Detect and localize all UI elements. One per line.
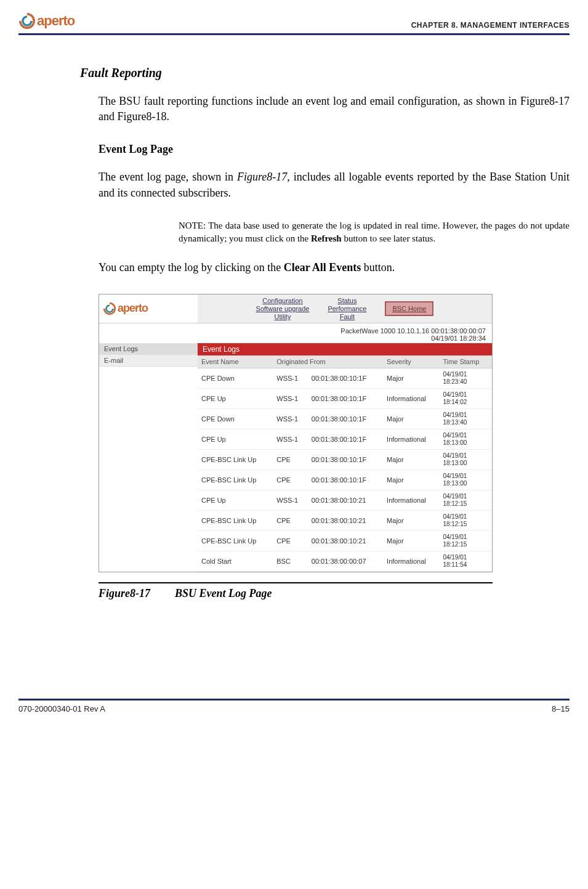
paragraph-2: You can empty the log by clicking on the… [99, 260, 570, 275]
sidebar-email[interactable]: E-mail [99, 355, 198, 367]
cell-mac: 00:01:38:00:10:1F [308, 429, 383, 449]
bsc-home-button[interactable]: BSC Home [385, 301, 433, 316]
sidebar-event-logs[interactable]: Event Logs [99, 343, 198, 355]
logo-text: aperto [37, 13, 75, 29]
nav-utility[interactable]: Utility [256, 313, 310, 320]
cell-timestamp: 04/19/0118:13:00 [439, 449, 492, 469]
screenshot-main: Event Logs Event Name Originated From Se… [198, 343, 492, 572]
cell-mac: 00:01:38:00:10:1F [308, 368, 383, 388]
nav-software-upgrade[interactable]: Software upgrade [256, 305, 310, 312]
table-row: Cold StartBSC00:01:38:00:00:07Informatio… [198, 551, 492, 571]
cell-severity: Major [383, 469, 439, 490]
screenshot-sidebar: Event Logs E-mail [99, 343, 198, 572]
col-event-name: Event Name [198, 355, 273, 368]
screenshot-logo: aperto [99, 294, 198, 323]
screenshot-nav: Configuration Software upgrade Utility S… [198, 294, 492, 323]
event-log-table: Event Name Originated From Severity Time… [198, 355, 492, 572]
cell-severity: Major [383, 530, 439, 551]
nav-configuration[interactable]: Configuration [256, 297, 310, 304]
para2-a: You can empty the log by clicking on the [99, 261, 284, 274]
page-header: aperto CHAPTER 8. MANAGEMENT INTERFACES [18, 12, 570, 35]
cell-event: CPE Up [198, 388, 273, 408]
cell-severity: Major [383, 510, 439, 530]
cell-event: CPE-BSC Link Up [198, 510, 273, 530]
screenshot-body: Event Logs E-mail Event Logs Event Name … [99, 343, 492, 572]
cell-severity: Informational [383, 551, 439, 571]
cell-mac: 00:01:38:00:10:21 [308, 530, 383, 551]
page-footer: 070-20000340-01 Rev A 8–15 [18, 699, 570, 713]
subsection-title: Event Log Page [99, 143, 570, 156]
cell-severity: Informational [383, 388, 439, 408]
cell-mac: 00:01:38:00:10:21 [308, 510, 383, 530]
table-row: CPE-BSC Link UpCPE00:01:38:00:10:1FMajor… [198, 449, 492, 469]
cell-src: CPE [273, 449, 308, 469]
table-row: CPE DownWSS-100:01:38:00:10:1FMajor04/19… [198, 408, 492, 429]
logo: aperto [18, 12, 75, 30]
nav-col-2: Status Performance Fault [328, 297, 366, 320]
device-info-line2: 04/19/01 18:28:34 [105, 335, 486, 342]
cell-src: BSC [273, 551, 308, 571]
device-info-line1: PacketWave 1000 10.10.1.16 00:01:38:00:0… [105, 327, 486, 335]
cell-mac: 00:01:38:00:00:07 [308, 551, 383, 571]
cell-mac: 00:01:38:00:10:21 [308, 490, 383, 510]
table-row: CPE UpWSS-100:01:38:00:10:21Informationa… [198, 490, 492, 510]
cell-src: CPE [273, 510, 308, 530]
intro-paragraph: The BSU fault reporting functions includ… [99, 94, 570, 124]
intro-text: The BSU fault reporting functions includ… [99, 95, 570, 123]
table-row: CPE DownWSS-100:01:38:00:10:1FMajor04/19… [198, 368, 492, 388]
para2-bold: Clear All Events [284, 261, 361, 274]
logo-swirl-icon [18, 12, 36, 30]
cell-src: CPE [273, 469, 308, 490]
cell-src: WSS-1 [273, 429, 308, 449]
table-row: CPE-BSC Link UpCPE00:01:38:00:10:21Major… [198, 510, 492, 530]
cell-event: CPE-BSC Link Up [198, 449, 273, 469]
figure-title: BSU Event Log Page [175, 587, 272, 599]
table-row: CPE UpWSS-100:01:38:00:10:1FInformationa… [198, 388, 492, 408]
cell-timestamp: 04/19/0118:12:15 [439, 510, 492, 530]
cell-timestamp: 04/19/0118:13:00 [439, 469, 492, 490]
figure-number: Figure8-17 [99, 587, 150, 599]
nav-fault[interactable]: Fault [328, 313, 366, 320]
note-bold: Refresh [311, 233, 342, 243]
cell-src: WSS-1 [273, 490, 308, 510]
cell-mac: 00:01:38:00:10:1F [308, 449, 383, 469]
screenshot: aperto Configuration Software upgrade Ut… [99, 294, 493, 572]
cell-src: WSS-1 [273, 368, 308, 388]
cell-severity: Informational [383, 490, 439, 510]
cell-event: CPE-BSC Link Up [198, 469, 273, 490]
cell-timestamp: 04/19/0118:13:00 [439, 429, 492, 449]
col-severity: Severity [383, 355, 439, 368]
col-originated-from: Originated From [273, 355, 383, 368]
table-row: CPE UpWSS-100:01:38:00:10:1FInformationa… [198, 429, 492, 449]
logo-swirl-icon [103, 302, 116, 315]
panel-title: Event Logs [198, 343, 492, 355]
nav-performance[interactable]: Performance [328, 305, 366, 312]
device-info: PacketWave 1000 10.10.1.16 00:01:38:00:0… [99, 323, 492, 343]
cell-src: WSS-1 [273, 388, 308, 408]
cell-timestamp: 04/19/0118:12:15 [439, 530, 492, 551]
cell-event: Cold Start [198, 551, 273, 571]
cell-src: WSS-1 [273, 408, 308, 429]
note-block: NOTE: The data base used to generate the… [179, 219, 570, 245]
screenshot-logo-text: aperto [118, 302, 148, 315]
page-number: 8–15 [552, 704, 570, 713]
cell-severity: Major [383, 368, 439, 388]
cell-severity: Informational [383, 429, 439, 449]
cell-severity: Major [383, 449, 439, 469]
cell-severity: Major [383, 408, 439, 429]
section-title: Fault Reporting [80, 66, 570, 80]
nav-status[interactable]: Status [328, 297, 366, 304]
cell-event: CPE Down [198, 408, 273, 429]
cell-event: CPE Up [198, 429, 273, 449]
cell-timestamp: 04/19/0118:13:40 [439, 408, 492, 429]
doc-number: 070-20000340-01 Rev A [18, 704, 105, 713]
col-time-stamp: Time Stamp [439, 355, 492, 368]
figure-caption-rule: Figure8-17BSU Event Log Page [99, 582, 493, 600]
cell-mac: 00:01:38:00:10:1F [308, 469, 383, 490]
para1-a: The event log page, shown in [99, 171, 237, 183]
paragraph-1: The event log page, shown in Figure8-17,… [99, 169, 570, 200]
cell-timestamp: 04/19/0118:14:02 [439, 388, 492, 408]
figure-caption: Figure8-17BSU Event Log Page [99, 587, 493, 600]
table-row: CPE-BSC Link UpCPE00:01:38:00:10:1FMajor… [198, 469, 492, 490]
cell-mac: 00:01:38:00:10:1F [308, 408, 383, 429]
